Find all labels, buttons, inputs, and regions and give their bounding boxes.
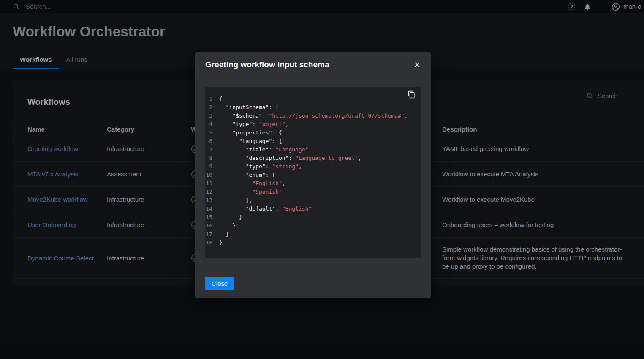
modal-title: Greeting workflow input schema	[205, 60, 329, 69]
code-line: 3 "$schema": "http://json-schema.org/dra…	[205, 112, 421, 121]
line-number: 8	[206, 155, 212, 163]
line-number: 4	[206, 121, 212, 129]
code-text: "default": "English"	[219, 206, 312, 214]
code-line: 2 "inputSchema": {	[205, 104, 421, 112]
code-line: 13 ],	[205, 197, 421, 206]
code-text: "type": "string",	[219, 163, 302, 172]
line-number: 5	[206, 129, 212, 138]
code-line: 18}	[205, 239, 421, 248]
line-number: 16	[206, 222, 212, 231]
line-number: 12	[206, 189, 212, 197]
code-text: "properties": {	[219, 129, 282, 138]
line-number: 7	[206, 146, 212, 155]
code-line: 16 }	[205, 222, 421, 231]
code-text: "inputSchema": {	[219, 104, 279, 112]
line-number: 2	[206, 104, 212, 112]
line-number: 9	[206, 163, 212, 172]
line-number: 13	[206, 197, 212, 206]
code-text: "description": "Language to greet",	[219, 155, 361, 163]
line-number: 18	[206, 239, 212, 248]
code-text: }	[219, 214, 242, 222]
code-text: }	[219, 231, 229, 239]
close-button[interactable]: Close	[205, 277, 234, 290]
code-text: "title": "Language",	[219, 146, 312, 155]
code-lines: 1{2 "inputSchema": {3 "$schema": "http:/…	[205, 96, 421, 248]
code-line: 7 "title": "Language",	[205, 146, 421, 155]
copy-icon[interactable]	[408, 90, 416, 99]
close-icon[interactable]: ✕	[413, 60, 421, 70]
code-text: {	[219, 96, 223, 104]
line-number: 10	[206, 172, 212, 180]
code-text: }	[219, 239, 223, 248]
code-line: 8 "description": "Language to greet",	[205, 155, 421, 163]
code-text: "type": "object",	[219, 121, 288, 129]
line-number: 11	[206, 180, 212, 189]
code-line: 12 "Spanish"	[205, 189, 421, 197]
code-text: "enum": [	[219, 172, 275, 180]
code-text: "English",	[219, 180, 285, 189]
code-block: 1{2 "inputSchema": {3 "$schema": "http:/…	[205, 87, 421, 258]
line-number: 3	[206, 112, 212, 121]
line-number: 17	[206, 231, 212, 239]
code-line: 15 }	[205, 214, 421, 222]
line-number: 6	[206, 138, 212, 146]
line-number: 1	[206, 96, 212, 104]
line-number: 15	[206, 214, 212, 222]
code-text: }	[219, 222, 236, 231]
code-text: ],	[219, 197, 252, 206]
code-text: "language": {	[219, 138, 282, 146]
modal-header: Greeting workflow input schema ✕	[195, 52, 431, 70]
code-line: 5 "properties": {	[205, 129, 421, 138]
code-line: 6 "language": {	[205, 138, 421, 146]
code-line: 11 "English",	[205, 180, 421, 189]
code-line: 1{	[205, 96, 421, 104]
code-line: 10 "enum": [	[205, 172, 421, 180]
code-line: 14 "default": "English"	[205, 206, 421, 214]
code-line: 9 "type": "string",	[205, 163, 421, 172]
code-text: "Spanish"	[219, 189, 282, 197]
input-schema-modal: Greeting workflow input schema ✕ 1{2 "in…	[195, 52, 431, 298]
code-line: 17 }	[205, 231, 421, 239]
code-text: "$schema": "http://json-schema.org/draft…	[219, 112, 408, 121]
line-number: 14	[206, 206, 212, 214]
code-line: 4 "type": "object",	[205, 121, 421, 129]
